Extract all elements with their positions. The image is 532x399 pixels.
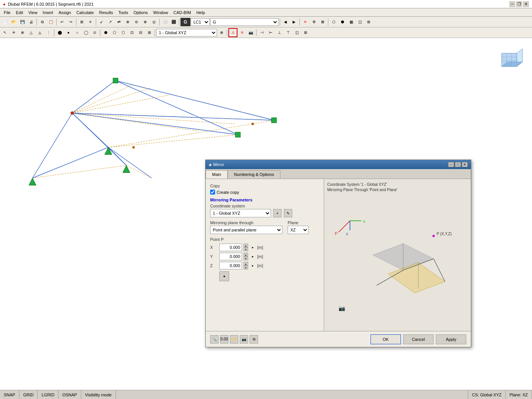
tb2-btn-b[interactable]: ⊕ bbox=[18, 28, 27, 37]
footer-snap-button[interactable]: ⚡ bbox=[230, 335, 238, 344]
dialog-minimize-button[interactable]: ─ bbox=[448, 162, 454, 167]
coord-edit-button[interactable]: ✎ bbox=[284, 209, 292, 217]
tb2-btn-n[interactable]: ⊡ bbox=[128, 28, 136, 37]
close-button[interactable]: ✕ bbox=[523, 1, 529, 7]
tb2-btn-q[interactable]: ⊕ bbox=[217, 28, 226, 37]
x-spin-up[interactable]: ▴ bbox=[244, 244, 248, 247]
tb2-btn-r[interactable]: ✕ bbox=[238, 28, 246, 37]
tb2-btn-g[interactable]: ● bbox=[64, 28, 73, 37]
paste-button[interactable]: 📋 bbox=[47, 18, 55, 26]
footer-camera-button[interactable]: 📷 bbox=[240, 335, 248, 344]
footer-copy-button[interactable]: ⧉ bbox=[250, 335, 258, 344]
tb-btn-j[interactable]: ◀ bbox=[281, 18, 290, 26]
y-spin-up[interactable]: ▴ bbox=[244, 253, 248, 256]
z-spin-up[interactable]: ▴ bbox=[244, 262, 248, 266]
property-button[interactable]: ≡ bbox=[86, 18, 95, 26]
menu-options[interactable]: Options bbox=[131, 10, 150, 16]
tb2-btn-j[interactable]: ⊙ bbox=[90, 28, 99, 37]
table-button[interactable]: ⊞ bbox=[78, 18, 86, 26]
cancel-button[interactable]: Cancel bbox=[403, 334, 434, 344]
print-button[interactable]: 🖨 bbox=[27, 18, 35, 26]
tb2-btn-a[interactable]: ✳ bbox=[10, 28, 18, 37]
tb2-btn-u[interactable]: ⊢ bbox=[266, 28, 275, 37]
tb2-btn-w[interactable]: ⊤ bbox=[284, 28, 292, 37]
tb-btn-c[interactable]: ⇄ bbox=[115, 18, 123, 26]
pick-point-button[interactable]: ✦ bbox=[219, 271, 229, 281]
x-input[interactable] bbox=[219, 244, 242, 251]
tab-main[interactable]: Main bbox=[206, 170, 228, 179]
status-visibility[interactable]: Visibility mode bbox=[81, 390, 116, 399]
menu-tools[interactable]: Tools bbox=[116, 10, 130, 16]
tb-btn-i[interactable]: ⬛ bbox=[169, 18, 178, 26]
menu-results[interactable]: Results bbox=[97, 10, 116, 16]
tb-btn-r[interactable]: ◫ bbox=[356, 18, 364, 26]
footer-grid-button[interactable]: 0.00 bbox=[220, 335, 228, 344]
tb2-btn-x[interactable]: ◫ bbox=[293, 28, 301, 37]
menu-edit[interactable]: Edit bbox=[14, 10, 25, 16]
tb2-btn-d[interactable]: ◬ bbox=[36, 28, 44, 37]
undo-button[interactable]: ↩ bbox=[58, 18, 66, 26]
tb-btn-p[interactable]: ⬢ bbox=[338, 18, 347, 26]
menu-calculate[interactable]: Calculate bbox=[74, 10, 96, 16]
create-copy-checkbox[interactable] bbox=[210, 190, 215, 195]
tb2-btn-p[interactable]: ⊞ bbox=[145, 28, 154, 37]
tb-btn-a[interactable]: ↙ bbox=[97, 18, 106, 26]
menu-cad-bim[interactable]: CAD-BIM bbox=[171, 10, 193, 16]
menu-insert[interactable]: Insert bbox=[40, 10, 55, 16]
tb-btn-m[interactable]: ⚙ bbox=[310, 18, 318, 26]
z-spin-down[interactable]: ▾ bbox=[244, 266, 248, 269]
copy-button[interactable]: ⧉ bbox=[38, 18, 46, 26]
tb-btn-l[interactable]: ✕ bbox=[301, 18, 309, 26]
menu-file[interactable]: File bbox=[2, 10, 13, 16]
tb2-btn-c[interactable]: △ bbox=[27, 28, 35, 37]
dialog-maximize-button[interactable]: □ bbox=[455, 162, 461, 167]
ok-button[interactable]: OK bbox=[370, 334, 401, 344]
status-snap[interactable]: SNAP bbox=[0, 390, 19, 399]
coord-add-button[interactable]: + bbox=[273, 209, 282, 217]
menu-window[interactable]: Window bbox=[151, 10, 170, 16]
tb-btn-s[interactable]: ⊞ bbox=[364, 18, 373, 26]
apply-button[interactable]: Apply bbox=[436, 334, 466, 344]
tab-numbering-options[interactable]: Numbering & Options bbox=[228, 170, 280, 179]
tb2-btn-o[interactable]: ⊟ bbox=[136, 28, 145, 37]
coord-system-dropdown[interactable]: 1 - Global XYZ bbox=[210, 209, 271, 217]
y-spin-down[interactable]: ▾ bbox=[244, 256, 248, 260]
plane-dropdown[interactable]: XZ bbox=[288, 226, 309, 234]
tb2-cursor[interactable]: ↖ bbox=[1, 28, 9, 37]
z-input[interactable] bbox=[219, 262, 242, 269]
tb2-btn-v[interactable]: ⊥ bbox=[275, 28, 283, 37]
tb2-btn-y[interactable]: ⊞ bbox=[301, 28, 310, 37]
footer-search-button[interactable]: 🔍 bbox=[210, 335, 218, 344]
tb2-btn-i[interactable]: ◯ bbox=[82, 28, 90, 37]
lc-select[interactable]: LC1 bbox=[191, 18, 210, 26]
minimize-button[interactable]: ─ bbox=[509, 1, 515, 7]
tb-btn-k[interactable]: ▶ bbox=[290, 18, 298, 26]
tb2-btn-l[interactable]: ⬠ bbox=[110, 28, 119, 37]
tb2-btn-s[interactable]: 📷 bbox=[247, 28, 255, 37]
tb-btn-f[interactable]: ⊗ bbox=[141, 18, 149, 26]
tb-btn-o[interactable]: ⬡ bbox=[329, 18, 338, 26]
menu-view[interactable]: View bbox=[26, 10, 40, 16]
tb2-visibility[interactable]: ⚠ bbox=[228, 28, 238, 37]
tb-btn-b[interactable]: ↗ bbox=[106, 18, 114, 26]
status-lgrid[interactable]: LGRID bbox=[38, 390, 59, 399]
status-grid[interactable]: GRID bbox=[19, 390, 38, 399]
z-arrow-button[interactable]: ▸ bbox=[250, 261, 256, 270]
x-arrow-button[interactable]: ▸ bbox=[250, 243, 256, 252]
tb-btn-g[interactable]: ◎ bbox=[150, 18, 158, 26]
tb2-btn-m[interactable]: ⬡ bbox=[119, 28, 127, 37]
mirror-plane-dropdown[interactable]: Point and parallel plane bbox=[210, 226, 282, 234]
menu-help[interactable]: Help bbox=[194, 10, 207, 16]
tb2-btn-f[interactable]: ⬤ bbox=[55, 28, 64, 37]
tb-btn-q[interactable]: ▦ bbox=[347, 18, 355, 26]
y-input[interactable] bbox=[219, 253, 242, 260]
dialog-close-button[interactable]: ✕ bbox=[462, 162, 468, 167]
menu-assign[interactable]: Assign bbox=[56, 10, 73, 16]
new-button[interactable]: 📄 bbox=[1, 18, 9, 26]
redo-button[interactable]: ↪ bbox=[66, 18, 75, 26]
coord-system-select[interactable]: 1 - Global XYZ bbox=[156, 29, 217, 36]
tb-btn-n[interactable]: ⊠ bbox=[318, 18, 327, 26]
status-osnap[interactable]: OSNAP bbox=[59, 390, 81, 399]
tb2-btn-t[interactable]: ⊣ bbox=[258, 28, 266, 37]
restore-button[interactable]: ❐ bbox=[516, 1, 522, 7]
